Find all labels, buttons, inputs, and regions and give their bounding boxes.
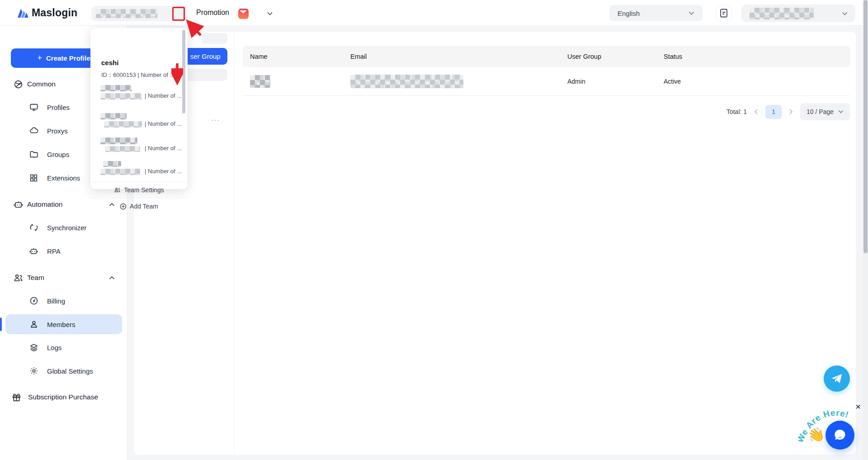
current-team-name[interactable]: ceshi — [101, 59, 118, 66]
add-team-button[interactable]: Add Team — [90, 199, 188, 214]
current-team-meta: ID：6000153 | Number of ... — [101, 71, 175, 79]
sidebar-item-label: Synchronizer — [47, 224, 87, 232]
document-icon — [720, 9, 728, 18]
member-name-redacted — [250, 75, 270, 88]
member-email-redacted — [350, 75, 463, 88]
table-header-status: Status — [664, 53, 850, 60]
user-name-redacted — [750, 8, 814, 19]
group-panel-divider — [234, 32, 234, 455]
page-size-value: 10 / Page — [807, 108, 834, 115]
person-icon — [29, 320, 38, 329]
sync-icon — [29, 223, 38, 232]
chevron-up-icon[interactable] — [109, 276, 115, 280]
promotion-envelope-icon[interactable] — [238, 9, 249, 19]
table-header: Name Email User Group Status — [243, 46, 850, 67]
team-settings-label: Team Settings — [124, 186, 164, 194]
sidebar-item-label: Profiles — [47, 104, 70, 111]
team-settings-icon — [114, 187, 121, 193]
gauge-icon — [29, 296, 38, 306]
main-content-card: ser Group ... Name Email User Group Stat… — [134, 32, 856, 455]
team-option-suffix: | Number of ... — [145, 145, 182, 152]
member-user-group: Admin — [567, 78, 664, 85]
monitor-icon — [29, 103, 38, 112]
team-name-redacted — [96, 9, 157, 18]
chevron-down-icon — [838, 110, 844, 114]
prev-page-icon[interactable] — [753, 109, 759, 115]
sidebar-item-label: Logs — [47, 344, 62, 351]
sidebar-item-label: Billing — [47, 297, 65, 305]
folder-icon — [29, 150, 38, 159]
document-icon-button[interactable] — [716, 5, 732, 21]
sidebar-section-label: Common — [27, 80, 56, 88]
language-select[interactable]: English — [609, 5, 703, 21]
team-settings-button[interactable]: Team Settings — [90, 182, 188, 198]
pagination: Total: 1 1 10 / Page — [726, 101, 850, 122]
language-value: English — [618, 9, 640, 17]
chevron-down-icon[interactable] — [267, 12, 273, 16]
promotion-link[interactable]: Promotion — [196, 9, 229, 17]
robot-icon — [14, 200, 23, 209]
sidebar-item-label: Proxys — [47, 127, 68, 135]
page-scrollbar-thumb[interactable] — [863, 0, 868, 253]
team-option[interactable]: | Number of ... — [100, 84, 179, 105]
page-size-select[interactable]: 10 / Page — [800, 103, 850, 120]
maslogin-logo-icon — [17, 8, 29, 18]
add-team-label: Add Team — [130, 203, 158, 210]
team-option-suffix: | Number of ... — [145, 168, 182, 175]
globe-icon — [14, 80, 23, 89]
layers-icon — [29, 343, 38, 352]
table-header-email: Email — [350, 53, 567, 60]
sidebar-item-label: Groups — [47, 151, 69, 158]
sidebar-item-billing[interactable]: Billing — [0, 292, 127, 310]
group-panel-top-pill[interactable] — [202, 33, 227, 44]
sidebar-item-label: Members — [47, 321, 75, 328]
grid-icon — [29, 173, 38, 183]
sidebar-item-synchronizer[interactable]: Synchronizer — [0, 218, 127, 237]
close-icon[interactable]: × — [855, 402, 861, 411]
sidebar-item-label: Extensions — [47, 174, 80, 182]
page-scrollbar-track[interactable] — [863, 0, 868, 460]
team-option[interactable]: | Number of ... — [100, 160, 179, 181]
gift-icon — [12, 393, 21, 402]
annotation-arrow-up-left — [184, 17, 205, 39]
sidebar-item-label: Subscription Purchase — [28, 393, 98, 401]
robot-icon — [29, 247, 38, 256]
sidebar-item-global-settings[interactable]: Global Settings — [0, 362, 127, 380]
team-option-suffix: | Number of ... — [145, 92, 182, 99]
divider — [90, 198, 188, 198]
pagination-total: Total: 1 — [726, 108, 747, 115]
table-row[interactable]: Admin Active — [243, 67, 850, 96]
team-icon — [14, 273, 23, 283]
member-status: Active — [664, 78, 850, 85]
sidebar-item-logs[interactable]: Logs — [0, 338, 127, 356]
logo-text: Maslogin — [32, 7, 77, 19]
telegram-icon — [830, 372, 844, 385]
annotation-arrow-down — [171, 62, 183, 89]
more-options-dots[interactable]: ... — [211, 114, 220, 123]
team-option[interactable]: | Number of ... — [100, 137, 179, 157]
add-circle-icon — [120, 203, 127, 210]
topbar: Maslogin Promotion English — [0, 0, 868, 26]
chevron-down-icon — [842, 12, 848, 16]
team-option[interactable]: | Number of ... — [100, 112, 179, 133]
telegram-button[interactable] — [824, 365, 850, 392]
chat-widget-button[interactable] — [826, 421, 854, 450]
sidebar-item-subscription-purchase[interactable]: Subscription Purchase — [0, 388, 127, 406]
user-account-menu[interactable] — [741, 5, 855, 22]
team-option-suffix: | Number of ... — [145, 120, 182, 127]
chat-bubble-icon — [832, 427, 848, 443]
next-page-icon[interactable] — [788, 109, 794, 115]
sidebar-item-rpa[interactable]: RPA — [0, 242, 127, 260]
create-profile-label: Create Profile — [46, 54, 90, 62]
chevron-down-icon — [689, 11, 694, 15]
sidebar-item-label: Global Settings — [47, 367, 93, 375]
sidebar-item-label: RPA — [47, 247, 61, 255]
team-dropdown-menu: ceshi ID：6000153 | Number of ... | Numbe… — [90, 28, 188, 189]
sidebar-item-members[interactable]: Members — [0, 315, 127, 333]
table-header-name: Name — [250, 53, 350, 60]
annotation-highlight-box — [172, 7, 185, 21]
sidebar-section-label: Team — [27, 274, 44, 282]
sidebar-section-team[interactable]: Team — [0, 269, 127, 287]
cloud-icon — [29, 126, 38, 136]
page-number-button[interactable]: 1 — [765, 105, 782, 119]
